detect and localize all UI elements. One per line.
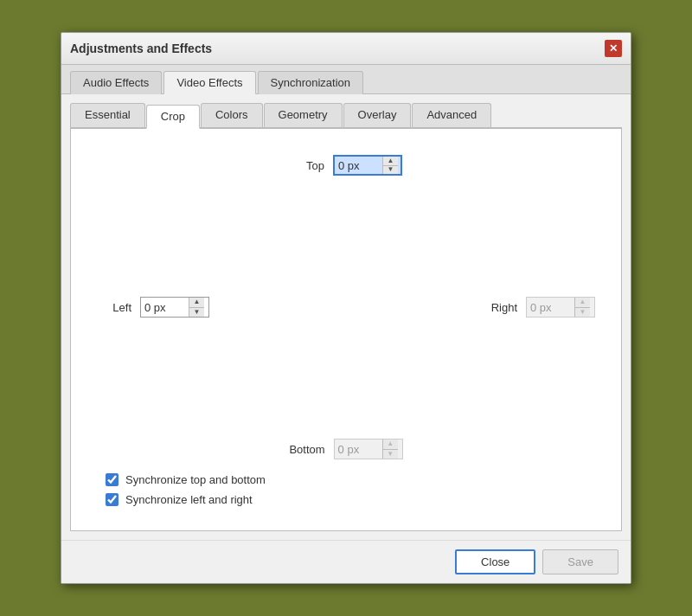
- title-close-button[interactable]: ✕: [605, 40, 622, 57]
- right-label: Right: [483, 301, 517, 314]
- subtab-essential[interactable]: Essential: [70, 103, 145, 127]
- right-spinbox[interactable]: ▲ ▼: [526, 297, 595, 318]
- middle-row: Left ▲ ▼ Right: [97, 297, 595, 318]
- bottom-input[interactable]: [335, 440, 382, 459]
- right-input[interactable]: [527, 298, 574, 317]
- crop-area: Top ▲ ▼ Left: [97, 146, 595, 513]
- bottom-row: Bottom ▲ ▼: [97, 439, 595, 459]
- right-group: Right ▲ ▼: [483, 297, 595, 318]
- tab-video-effects[interactable]: Video Effects: [163, 71, 255, 94]
- left-group: Left ▲ ▼: [97, 297, 209, 318]
- subtab-overlay[interactable]: Overlay: [343, 103, 412, 127]
- subtab-advanced[interactable]: Advanced: [412, 103, 491, 127]
- sync-top-bottom-label[interactable]: Synchronize top and bottom: [125, 473, 266, 486]
- left-spin-up[interactable]: ▲: [189, 298, 204, 307]
- left-input[interactable]: [141, 298, 189, 317]
- top-input[interactable]: [335, 157, 382, 174]
- tab-audio-effects[interactable]: Audio Effects: [70, 71, 162, 94]
- bottom-spinbox[interactable]: ▲ ▼: [334, 439, 403, 459]
- sync-top-bottom-checkbox[interactable]: [106, 473, 119, 486]
- tab-synchronization[interactable]: Synchronization: [258, 71, 364, 94]
- top-spin-up[interactable]: ▲: [383, 157, 398, 165]
- checkboxes-area: Synchronize top and bottom Synchronize l…: [97, 473, 595, 513]
- sub-tab-bar: Essential Crop Colors Geometry Overlay A…: [70, 103, 622, 129]
- subtab-crop[interactable]: Crop: [146, 105, 200, 129]
- dialog-title: Adjustments and Effects: [70, 42, 212, 55]
- bottom-spin-down[interactable]: ▼: [383, 449, 398, 459]
- adjustments-dialog: Adjustments and Effects ✕ Audio Effects …: [61, 32, 631, 584]
- right-spin-buttons: ▲ ▼: [574, 298, 590, 317]
- top-row: Top ▲ ▼: [97, 155, 595, 176]
- sync-top-bottom-row: Synchronize top and bottom: [106, 473, 595, 486]
- bottom-spin-buttons: ▲ ▼: [382, 440, 398, 459]
- sync-left-right-row: Synchronize left and right: [106, 493, 595, 506]
- left-spin-down[interactable]: ▼: [189, 307, 204, 318]
- subtab-geometry[interactable]: Geometry: [264, 103, 343, 127]
- bottom-spin-up[interactable]: ▲: [383, 440, 398, 449]
- top-label: Top: [290, 159, 324, 172]
- right-spin-down[interactable]: ▼: [575, 307, 590, 318]
- left-label: Left: [97, 301, 131, 314]
- crop-panel: Top ▲ ▼ Left: [70, 129, 622, 531]
- subtab-colors[interactable]: Colors: [201, 103, 263, 127]
- top-spinbox[interactable]: ▲ ▼: [333, 155, 402, 176]
- sync-left-right-checkbox[interactable]: [106, 493, 119, 506]
- bottom-label: Bottom: [289, 443, 324, 456]
- top-spin-buttons: ▲ ▼: [382, 157, 398, 174]
- left-spinbox[interactable]: ▲ ▼: [140, 297, 209, 318]
- sync-left-right-label[interactable]: Synchronize left and right: [125, 493, 253, 506]
- save-button[interactable]: Save: [542, 549, 618, 574]
- content-area: Essential Crop Colors Geometry Overlay A…: [61, 94, 631, 540]
- close-button[interactable]: Close: [455, 549, 535, 574]
- footer: Close Save: [61, 540, 631, 583]
- left-spin-buttons: ▲ ▼: [189, 298, 204, 317]
- right-spin-up[interactable]: ▲: [575, 298, 590, 307]
- top-spin-down[interactable]: ▼: [383, 165, 398, 175]
- main-tab-bar: Audio Effects Video Effects Synchronizat…: [61, 65, 631, 94]
- title-bar: Adjustments and Effects ✕: [61, 33, 631, 65]
